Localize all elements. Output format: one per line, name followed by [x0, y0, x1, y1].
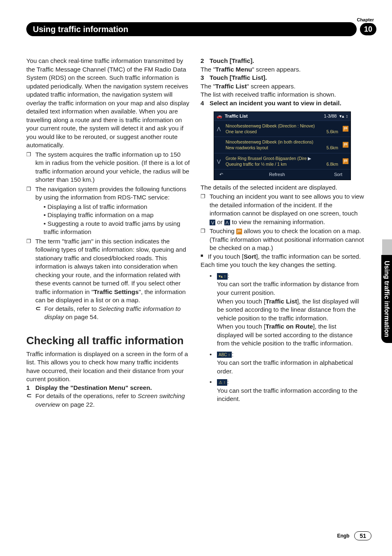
chapter-label: Chapter: [357, 17, 374, 22]
sort-option-incident: ⚠ ↕: You can sort the traffic informatio…: [210, 378, 364, 403]
left-column: You can check real-time traffic informat…: [26, 57, 190, 409]
note-item: The navigation system provides the follo…: [26, 185, 190, 236]
arrow-right-icon: [35, 305, 43, 313]
sort-distance-icon: ▾▴ ↕: [217, 273, 228, 280]
scroll-down-icon: ⋁: [210, 220, 215, 225]
note-item: Touching ⛿ allows you to check the locat…: [201, 227, 364, 253]
chapter-number-badge: 10: [360, 23, 376, 35]
map-icon[interactable]: ⛿: [343, 158, 348, 164]
sort-icon: ▾▴: [339, 113, 344, 119]
sort-intro: If you touch [Sort], the traffic informa…: [201, 253, 364, 261]
expand-arrow-icon: ▶: [308, 156, 311, 161]
refresh-button[interactable]: Refresh: [228, 169, 326, 180]
arrow-right-icon: [26, 392, 34, 401]
feature-bullet: Suggesting a route to avoid traffic jams…: [44, 220, 190, 236]
side-tab-spacer: [382, 239, 392, 255]
note-item: The system acquires the traffic informat…: [26, 151, 190, 184]
sort-updown-icon: ↕: [346, 113, 348, 119]
feature-bullet: Displaying a list of traffic information: [44, 203, 190, 211]
sort-alpha-icon: ABC ↕: [217, 352, 232, 358]
traffic-row[interactable]: Ninoofsesteenweg Dilbeek (Direction : Ni…: [223, 121, 341, 137]
note-item: Touching an incident you want to see all…: [201, 192, 364, 226]
screen-title: Traffic List: [225, 113, 321, 119]
page-footer: Engb 51: [337, 531, 371, 540]
chapter-header: Using traffic information 10: [26, 22, 376, 36]
page-number-badge: 51: [354, 531, 371, 540]
step-3: 3Touch [Traffic List].: [201, 74, 364, 82]
step-2-result: The "Traffic Menu" screen appears.: [201, 65, 364, 74]
step-1: 1Display the "Destination Menu" screen.: [26, 384, 190, 392]
note-item: The term "traffic jam" in this section i…: [26, 237, 190, 322]
step-2: 2Touch [Traffic].: [201, 57, 364, 65]
sort-button[interactable]: Sort: [326, 169, 350, 180]
scroll-spacer: [214, 137, 223, 153]
map-icon[interactable]: ⛿: [343, 142, 348, 148]
counter: 1-3/88: [324, 113, 337, 119]
feature-bullet: Displaying traffic information on a map: [44, 211, 190, 220]
car-icon: 🚗: [217, 113, 222, 119]
scroll-up-icon: ⋀: [224, 220, 230, 225]
map-icon: ⛿: [236, 229, 242, 234]
sort-incident-icon: ⚠ ↕: [217, 379, 227, 386]
note-lead: The navigation system provides the follo…: [35, 185, 186, 201]
sort-option-alpha: ABC ↕: You can sort the traffic informat…: [210, 350, 364, 376]
step-4-result: The details of the selected incident are…: [201, 183, 364, 192]
section-heading: Checking all traffic information: [26, 335, 190, 347]
back-button[interactable]: ↶: [214, 169, 228, 180]
traffic-list-screenshot: 🚗 Traffic List 1-3/88 ▾▴ ↕ ⋀ Ninoofseste…: [214, 111, 351, 180]
right-column: 2Touch [Traffic]. The "Traffic Menu" scr…: [201, 57, 364, 409]
scroll-up-icon[interactable]: ⋀: [214, 121, 223, 137]
intro-paragraph: You can check real-time traffic informat…: [26, 57, 190, 150]
step-4: 4Select an incident you want to view in …: [201, 99, 364, 108]
side-tab: Using traffic information: [381, 255, 392, 343]
map-icon[interactable]: ⛿: [343, 126, 348, 132]
step-3-result: The "Traffic List" screen appears.: [201, 82, 364, 91]
sort-each: Each time you touch the key changes the …: [201, 261, 364, 269]
step-3-result-2: The list with received traffic informati…: [201, 90, 364, 99]
page-title: Using traffic information: [26, 22, 357, 36]
traffic-row[interactable]: Grote Ring Brussel Groot-Bijgaarden (Dir…: [223, 153, 341, 169]
section-paragraph: Traffic information is displayed on a sc…: [26, 350, 190, 384]
sort-option-distance: ▾▴ ↕: You can sort the traffic informati…: [210, 272, 364, 348]
scroll-down-icon[interactable]: ⋁: [214, 153, 223, 169]
traffic-row[interactable]: Ninoofsesteenweg Dilbeek (in both direct…: [223, 137, 341, 153]
language-code: Engb: [337, 533, 349, 539]
